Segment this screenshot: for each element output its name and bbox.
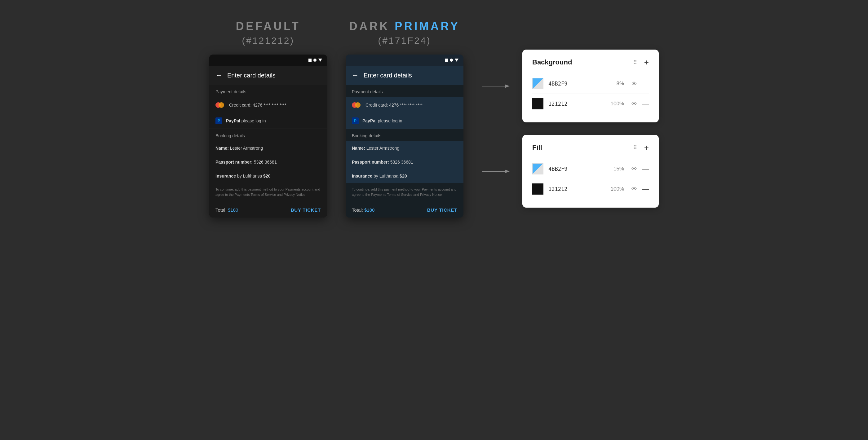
- status-icons-dark: [445, 59, 459, 62]
- background-panel-title: Background: [532, 58, 572, 66]
- status-dot: [313, 59, 316, 62]
- bg-minus-icon-2[interactable]: —: [642, 100, 649, 108]
- status-square: [308, 59, 312, 62]
- dark-primary-title-line2: (#171F24): [349, 34, 460, 47]
- passport-item-dark: Passport number: 5326 36681: [346, 155, 463, 169]
- bg-blue-check-swatch[interactable]: [532, 78, 544, 89]
- fill-black-swatch[interactable]: [532, 183, 544, 195]
- insurance-item-dark: Insurance by Lufthansa $20: [346, 169, 463, 183]
- bg-eye-icon-2[interactable]: 👁: [631, 101, 637, 107]
- dark-title-part1: DARK: [349, 20, 395, 33]
- buy-button-dark[interactable]: BUY TICKET: [427, 207, 457, 213]
- mastercard-icon-dark: [352, 102, 362, 108]
- dark-primary-title-line1: DARK PRIMARY: [349, 19, 460, 34]
- bg-row-icons-1: 👁 —: [631, 80, 649, 88]
- bg-hex-2: 121212: [548, 101, 600, 107]
- fill-row-icons-2: 👁 —: [631, 185, 649, 193]
- fill-blue-check-swatch[interactable]: [532, 163, 544, 175]
- fill-hex-2: 121212: [548, 186, 600, 192]
- payment-section-label-dark: Payment details: [346, 85, 463, 97]
- background-panel-header-icons: ⠿ +: [633, 58, 649, 66]
- background-dots-icon[interactable]: ⠿: [633, 60, 638, 65]
- booking-section-label-default: Booking details: [209, 129, 327, 141]
- fill-arrow: [482, 165, 513, 178]
- background-color-row-2: 121212 100% 👁 —: [532, 94, 649, 114]
- buy-button-default[interactable]: BUY TICKET: [291, 207, 321, 213]
- paypal-icon-default: P: [215, 118, 222, 124]
- status-bar-default: [209, 55, 327, 66]
- status-triangle: [318, 59, 322, 62]
- fill-row-icons-1: 👁 —: [631, 165, 649, 173]
- paypal-text-default: PayPal please log in: [226, 118, 266, 123]
- fill-panel-title: Fill: [532, 144, 542, 152]
- bg-eye-icon-1[interactable]: 👁: [631, 81, 637, 87]
- fill-add-icon[interactable]: +: [644, 144, 649, 152]
- fill-percent-1: 15%: [606, 166, 624, 172]
- disclaimer-dark: To continue, add this payment method to …: [346, 183, 463, 202]
- disclaimer-default: To continue, add this payment method to …: [209, 183, 327, 202]
- payment-section-label-default: Payment details: [209, 85, 327, 97]
- passport-item-default: Passport number: 5326 36681: [209, 155, 327, 169]
- paypal-item-default: P PayPal please log in: [209, 113, 327, 129]
- bg-minus-icon-1[interactable]: —: [642, 80, 649, 88]
- name-text-dark: Name: Lester Armstrong: [352, 146, 399, 151]
- status-icons: [308, 59, 322, 62]
- background-arrow: [482, 80, 513, 92]
- insurance-text-dark: Insurance by Lufthansa $20: [352, 174, 407, 179]
- background-add-icon[interactable]: +: [644, 58, 649, 66]
- background-panel: Background ⠿ + 4BB2F9 8% 👁 —: [522, 50, 659, 122]
- fill-panel-row: Fill ⠿ + 4BB2F9 15% 👁 —: [482, 135, 659, 208]
- insurance-item-default: Insurance by Lufthansa $20: [209, 169, 327, 183]
- background-panel-row: Background ⠿ + 4BB2F9 8% 👁 —: [482, 50, 659, 122]
- credit-card-text-default: Credit card: 4276 **** **** ****: [229, 102, 286, 107]
- fill-eye-icon-1[interactable]: 👁: [631, 166, 637, 172]
- dark-primary-theme-section: DARK PRIMARY (#171F24) ← Enter card deta…: [346, 19, 463, 218]
- fill-swatch-2: [532, 183, 544, 195]
- name-text-default: Name: Lester Armstrong: [215, 146, 263, 151]
- bg-percent-1: 8%: [606, 81, 624, 87]
- credit-card-item-dark: Credit card: 4276 **** **** ****: [346, 97, 463, 113]
- status-dot-dark: [450, 59, 453, 62]
- fill-panel-header-icons: ⠿ +: [633, 144, 649, 152]
- status-bar-dark: [346, 55, 463, 66]
- name-item-default: Name: Lester Armstrong: [209, 141, 327, 155]
- bg-swatch-2: [532, 98, 544, 109]
- app-footer-dark: Total: $180 BUY TICKET: [346, 202, 463, 218]
- app-header-title-default: Enter card details: [227, 72, 276, 79]
- background-color-row-1: 4BB2F9 8% 👁 —: [532, 74, 649, 94]
- default-theme-section: DEFAULT (#121212) ← Enter card details P…: [209, 19, 327, 218]
- app-header-title-dark: Enter card details: [364, 72, 412, 79]
- fill-color-row-1: 4BB2F9 15% 👁 —: [532, 159, 649, 179]
- status-square-dark: [445, 59, 448, 62]
- app-body-default: Payment details Credit card: 4276 **** *…: [209, 85, 327, 202]
- app-header-default: ← Enter card details: [209, 66, 327, 85]
- app-header-dark: ← Enter card details: [346, 66, 463, 85]
- paypal-item-dark: P PayPal please log in: [346, 113, 463, 129]
- fill-dots-icon[interactable]: ⠿: [633, 145, 638, 150]
- back-arrow-dark[interactable]: ←: [352, 71, 359, 79]
- mastercard-icon-default: [215, 102, 225, 108]
- status-triangle-dark: [455, 59, 459, 62]
- dark-primary-phone-mockup: ← Enter card details Payment details Cre…: [346, 55, 463, 218]
- fill-swatch-1: [532, 163, 544, 175]
- back-arrow-default[interactable]: ←: [215, 71, 222, 79]
- paypal-text-dark: PayPal please log in: [362, 118, 402, 123]
- fill-minus-icon-1[interactable]: —: [642, 165, 649, 173]
- fill-color-row-2: 121212 100% 👁 —: [532, 179, 649, 199]
- arrows-and-panels: Background ⠿ + 4BB2F9 8% 👁 —: [482, 50, 659, 208]
- bg-black-swatch[interactable]: [532, 98, 544, 109]
- default-theme-title: DEFAULT (#121212): [236, 19, 301, 47]
- app-footer-default: Total: $180 BUY TICKET: [209, 202, 327, 218]
- fill-percent-2: 100%: [606, 186, 624, 192]
- fill-panel: Fill ⠿ + 4BB2F9 15% 👁 —: [522, 135, 659, 208]
- booking-section-label-dark: Booking details: [346, 129, 463, 141]
- credit-card-item-default: Credit card: 4276 **** **** ****: [209, 97, 327, 113]
- insurance-text-default: Insurance by Lufthansa $20: [215, 174, 270, 179]
- fill-minus-icon-2[interactable]: —: [642, 185, 649, 193]
- fill-eye-icon-2[interactable]: 👁: [631, 186, 637, 192]
- app-body-dark: Payment details Credit card: 4276 **** *…: [346, 85, 463, 202]
- passport-text-dark: Passport number: 5326 36681: [352, 160, 413, 164]
- bg-row-icons-2: 👁 —: [631, 100, 649, 108]
- total-text-default: Total: $180: [215, 207, 238, 213]
- dark-title-highlight: PRIMARY: [395, 20, 460, 33]
